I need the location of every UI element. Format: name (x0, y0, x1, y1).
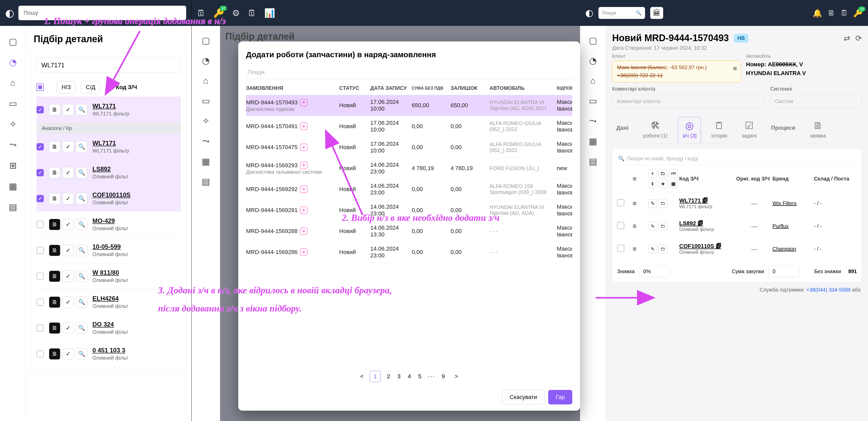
vin-icon[interactable]: VIN (669, 169, 678, 178)
part-code[interactable]: ELH4264 (92, 295, 128, 302)
row-checkbox[interactable] (36, 298, 44, 306)
plus-icon[interactable]: + (300, 186, 307, 193)
pager-prev[interactable]: < (356, 371, 367, 382)
head-menu-icon[interactable]: ≡ (632, 175, 648, 183)
ok-button[interactable]: Гар (548, 390, 572, 404)
ic-chart-icon[interactable]: 📊 (264, 8, 275, 18)
home-button[interactable]: 🏛 (650, 7, 663, 19)
check-icon[interactable]: ✓ (62, 167, 74, 179)
nav2-card-icon[interactable]: ▭ (202, 96, 210, 106)
row-checkbox[interactable]: ✓ (36, 143, 44, 151)
order-row[interactable]: MRD-9444-1570475+ Новий 17.06.202410:00 … (246, 137, 572, 158)
prow-menu-icon[interactable]: ≡ (632, 222, 648, 230)
nav-parts-icon[interactable]: ◔ (9, 57, 17, 67)
order-row[interactable]: MRD-9444-1569286+ Новий 14.06.202423:00 … (246, 242, 572, 263)
nav-card-icon[interactable]: ▭ (9, 98, 17, 108)
plus-icon[interactable]: + (300, 228, 307, 235)
star-icon[interactable]: ★ (658, 180, 667, 188)
photo2-icon[interactable]: 🗀 (658, 199, 667, 208)
zoom-icon[interactable]: 🔍 (76, 245, 87, 256)
zoom-icon[interactable]: 🔍 (76, 270, 87, 282)
part-code[interactable]: WL7171 (92, 139, 129, 147)
nav-dashboard-icon[interactable]: ▢ (9, 36, 17, 46)
parts-search[interactable]: 🔍Пошук по назві, бренду і коду (617, 153, 857, 165)
doc-icon[interactable]: 🗎 (49, 167, 60, 179)
zoom-icon[interactable]: 🔍 (76, 104, 87, 116)
part-row[interactable]: ✓ 🗎✓🔍 COF100110SОливний фільт (36, 186, 181, 212)
order-row[interactable]: MRD-9444-1569291+ Новий 14.06.202423:00 … (246, 200, 572, 221)
add-icon[interactable]: + (648, 169, 657, 178)
modal-search[interactable]: Пошук (246, 66, 572, 79)
cancel-button[interactable]: Скасувати (502, 390, 545, 404)
check-icon[interactable]: ✓ (62, 270, 74, 282)
nav3-box-icon[interactable]: ⌂ (590, 75, 596, 86)
tab-tasks[interactable]: ☑задачі (738, 117, 761, 143)
row-checkbox[interactable] (36, 324, 44, 332)
part-code[interactable]: MO-429 (92, 217, 128, 225)
pager-page[interactable]: 4 (404, 371, 414, 382)
order-part-row[interactable]: ≡ ✎🗀 COF100110S 🗐Оливний фільтр — Champi… (617, 238, 857, 260)
plus-icon[interactable]: + (300, 144, 307, 151)
order-row[interactable]: MRD-9444-1569292+ Новий 14.06.202423:00 … (246, 179, 572, 200)
zoom-icon[interactable]: 🔍 (76, 348, 87, 360)
barcode-icon[interactable]: ⦀ (648, 180, 657, 188)
support-phone[interactable]: +38(044) 334-5589 (806, 287, 851, 293)
check-icon[interactable]: ✓ (62, 219, 74, 230)
nav2-list-icon[interactable]: ▤ (202, 176, 210, 187)
tab-roboty[interactable]: 🛠роботи (1) (639, 118, 672, 143)
edit-icon[interactable]: ✎ (648, 222, 657, 231)
nav2-parts-icon[interactable]: ◔ (202, 56, 210, 66)
chip-sd[interactable]: С/Д (81, 81, 100, 94)
order-row[interactable]: MRD-9444-1570491+ Новий 17.06.202410:00 … (246, 116, 572, 137)
cal-icon[interactable]: 🗓 (840, 8, 848, 18)
check-icon[interactable]: ✓ (62, 322, 74, 334)
part-row[interactable]: ✓ 🗎✓🔍 LS892Оливний фільт (36, 160, 181, 186)
nav2-box-icon[interactable]: ⌂ (203, 75, 209, 86)
check-icon[interactable]: ✓ (62, 348, 74, 360)
row-checkbox[interactable] (36, 273, 44, 280)
ic-calendar-icon[interactable]: 🗓 (197, 8, 206, 18)
nav3-dash-icon[interactable]: ▢ (589, 35, 597, 45)
plus-icon[interactable]: + (300, 206, 307, 214)
row-checkbox[interactable]: ✓ (36, 106, 44, 114)
more-icon[interactable]: ⟳ (855, 34, 862, 43)
purchase-value[interactable]: 0 (769, 266, 800, 277)
zoom-icon[interactable]: 🔍 (76, 296, 87, 308)
doc-icon[interactable]: 🗎 (49, 348, 60, 360)
order-row[interactable]: MRD-9444-1570493+Діагностика підвіски Но… (246, 95, 572, 116)
prow-brand[interactable]: Purflux (772, 223, 814, 229)
part-row[interactable]: 🗎✓🔍 10-05-599Оливний фільт (36, 237, 181, 263)
bell-icon[interactable]: 🔔 (813, 8, 822, 18)
tab-dani[interactable]: Дані (612, 125, 632, 136)
nav2-dash-icon[interactable]: ▢ (202, 35, 210, 45)
order-row[interactable]: MRD-9444-1569288+ Новий 14.06.202413:30 … (246, 221, 572, 242)
pager-next[interactable]: > (451, 371, 462, 382)
comments-input[interactable]: Коментарі клієнта (612, 94, 765, 109)
order-part-row[interactable]: ≡ ✎🗀 LS892 🗐Оливний фільтр — Purflux - /… (617, 215, 857, 238)
swap-icon[interactable]: ⇄ (844, 34, 850, 43)
prow-menu-icon[interactable]: ≡ (632, 245, 648, 253)
part-row[interactable]: 🗎✓🔍 DO 324Оливний фільт (36, 315, 181, 341)
nav-box-icon[interactable]: ⌂ (10, 78, 16, 88)
prow-brand[interactable]: Wix Filters (772, 200, 814, 206)
zoom-icon[interactable]: 🔍 (76, 141, 87, 153)
part-row[interactable]: ✓ 🗎✓🔍 WL7171WL7171 фільтр (36, 134, 181, 160)
part-code[interactable]: 0 451 103 3 (92, 347, 128, 354)
prow-checkbox[interactable] (617, 245, 624, 252)
check-icon[interactable]: ✓ (62, 296, 74, 308)
tab-procesy[interactable]: Процеси (767, 125, 800, 136)
tab-zayav[interactable]: 🗎заявка (806, 118, 830, 143)
nav3-list-icon[interactable]: ▤ (589, 156, 597, 166)
photo-icon[interactable]: ▣ (669, 180, 678, 188)
zoom-icon[interactable]: 🔍 (76, 193, 87, 204)
part-row[interactable]: 🗎✓🔍 W 811/80Оливний фільт (36, 263, 181, 289)
prow-brand[interactable]: Champion (772, 246, 814, 252)
nav3-parts-icon[interactable]: ◔ (589, 56, 597, 66)
pager-page[interactable]: 3 (394, 371, 404, 382)
doc-icon[interactable]: 🗎 (49, 245, 60, 256)
nav-list-icon[interactable]: ▤ (9, 202, 17, 212)
nav3-chart-icon[interactable]: ⤳ (589, 116, 597, 126)
zoom-icon[interactable]: 🔍 (76, 219, 87, 230)
prow-checkbox[interactable] (617, 199, 624, 206)
pager-last[interactable]: 9 (438, 371, 448, 382)
